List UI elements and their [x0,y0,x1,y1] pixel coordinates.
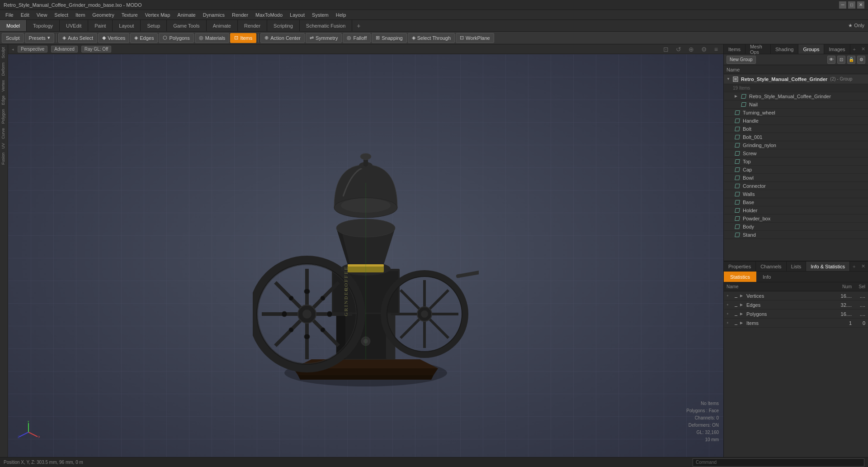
maximize-button[interactable]: □ [848,1,855,9]
panel-tab-shading[interactable]: Shading [771,44,798,54]
tree-item-holder[interactable]: Holder [724,206,868,214]
tab-scripting[interactable]: Scripting [267,20,300,31]
tree-root-group[interactable]: ▼ Retro_Style_Manual_Coffee_Grinder (2) … [724,74,868,84]
menu-maxtomodo[interactable]: MaxToModo [252,11,286,19]
tree-item-screw[interactable]: Screw [724,149,868,157]
tree-item-connector[interactable]: Connector [724,182,868,190]
viewport-expand-icon[interactable]: ◂ [12,47,14,52]
sidebar-tab-vertex[interactable]: Vertex [0,78,8,94]
viewport-fit-icon[interactable]: ⊡ [663,46,669,53]
bp-close-button[interactable]: ✕ [859,263,868,269]
tree-item-nail[interactable]: Nail [724,100,868,109]
minimize-button[interactable]: ─ [839,1,846,9]
menu-file[interactable]: File [2,11,17,19]
stats-row-vertices[interactable]: + – ▶ Vertices 16.... .... [724,291,868,300]
menu-help[interactable]: Help [332,11,350,19]
stats-row-polygons[interactable]: + – ▶ Polygons 16.... .... [724,310,868,319]
tree-item-handle[interactable]: Handle [724,117,868,125]
tab-paint[interactable]: Paint [88,20,113,31]
viewport-menu-icon[interactable]: ≡ [714,46,718,53]
stats-row-items[interactable]: + – ▶ Items 1 0 [724,319,868,328]
sidebar-tab-sculpt[interactable]: Sculpt [0,45,8,60]
bp-tab-info[interactable]: Info & Statistics [806,262,850,271]
tab-gametools[interactable]: Game Tools [167,20,207,31]
auto-select-button[interactable]: ◈ Auto Select [58,33,97,43]
menu-render[interactable]: Render [228,11,252,19]
tab-uvedit[interactable]: UVEdit [60,20,88,31]
presets-button[interactable]: Presets ▾ [25,33,54,43]
polygons-button[interactable]: ⬡ Polygons [159,33,193,43]
stats-sub-tab-statistics[interactable]: Statistics [724,272,756,282]
menu-layout[interactable]: Layout [286,11,308,19]
items-button[interactable]: ⊡ Items [230,33,256,43]
tree-item-cap[interactable]: Cap [724,166,868,174]
viewport-zoom-icon[interactable]: ⊕ [689,46,694,53]
sidebar-tab-curve[interactable]: Curve [0,126,8,141]
menu-item[interactable]: Item [72,11,89,19]
command-bar[interactable]: Command [693,458,864,467]
sidebar-tab-uv[interactable]: UV [0,141,8,151]
tree-item-bolt[interactable]: Bolt [724,125,868,133]
menu-geometry[interactable]: Geometry [89,11,118,19]
viewport-canvas[interactable]: COFFEE GRINDER No Items Polygons : Face … [8,54,723,457]
viewport-settings-icon[interactable]: ⚙ [701,46,707,53]
menu-dynamics[interactable]: Dynamics [199,11,228,19]
tab-add-button[interactable]: + [352,20,365,31]
materials-button[interactable]: ◎ Materials [195,33,230,43]
menu-select[interactable]: Select [51,11,72,19]
panel-close-button[interactable]: ✕ [859,44,868,54]
viewport-raygl-btn[interactable]: Ray GL: Off [81,46,112,52]
menu-view[interactable]: View [33,11,51,19]
menu-animate[interactable]: Animate [174,11,199,19]
viewport-refresh-icon[interactable]: ↺ [676,46,681,53]
panel-tab-items[interactable]: Items [724,44,745,54]
tree-content[interactable]: ▼ Retro_Style_Manual_Coffee_Grinder (2) … [724,74,868,261]
menu-texture[interactable]: Texture [118,11,142,19]
tab-schematic[interactable]: Schematic Fusion [300,20,352,31]
scene-lock-button[interactable]: 🔒 [847,56,855,64]
bp-tab-lists[interactable]: Lists [787,262,807,271]
sidebar-tab-deform[interactable]: Deform [0,61,8,78]
tree-item-bowl[interactable]: Bowl [724,174,868,182]
sidebar-tab-fusion[interactable]: Fusion [0,151,8,167]
sidebar-tab-edge[interactable]: Edge [0,94,8,107]
tree-item-top[interactable]: Top [724,157,868,166]
bp-tab-add[interactable]: + [850,262,858,271]
scene-camera-button[interactable]: ⊡ [837,56,845,64]
tree-item-bolt001[interactable]: Bolt_001 [724,133,868,141]
menu-vertexmap[interactable]: Vertex Map [142,11,174,19]
tree-item-nylon[interactable]: Grinding_nylon [724,141,868,149]
symmetry-button[interactable]: ⇌ Symmetry [306,33,342,43]
falloff-button[interactable]: ◎ Falloff [343,33,371,43]
tree-item-0[interactable]: ▶ Retro_Style_Manual_Coffee_Grinder [724,92,868,100]
bp-tab-properties[interactable]: Properties [724,262,756,271]
panel-tab-add[interactable]: + [850,44,859,54]
tree-item-walls[interactable]: Walls [724,190,868,198]
panel-tab-meshops[interactable]: Mesh Ops [745,44,771,54]
tree-item-base[interactable]: Base [724,198,868,206]
tab-render[interactable]: Render [238,20,267,31]
snapping-button[interactable]: ⊞ Snapping [372,33,407,43]
sculpt-button[interactable]: Sculpt [2,33,24,43]
tree-item-body[interactable]: Body [724,223,868,231]
vertices-button[interactable]: ◆ Vertices [98,33,129,43]
viewport-perspective-btn[interactable]: Perspective [18,46,47,52]
menu-system[interactable]: System [308,11,332,19]
scene-eye-button[interactable]: 👁 [827,56,835,64]
tab-animate[interactable]: Animate [207,20,238,31]
tree-item-stand[interactable]: Stand [724,231,868,239]
panel-tab-images[interactable]: Images [824,44,850,54]
viewport-advanced-btn[interactable]: Advanced [51,46,77,52]
tab-model[interactable]: Model [0,20,27,31]
select-through-button[interactable]: ◈ Select Through [408,33,455,43]
sidebar-tab-polygon[interactable]: Polygon [0,107,8,126]
action-center-button[interactable]: ⊕ Action Center [260,33,305,43]
bp-tab-channels[interactable]: Channels [756,262,786,271]
new-group-button[interactable]: New Group [726,56,756,64]
panel-tab-groups[interactable]: Groups [798,44,824,54]
scene-settings-button[interactable]: ⚙ [857,56,865,64]
tab-setup[interactable]: Setup [141,20,167,31]
tree-item-powderbox[interactable]: Powder_box [724,214,868,223]
stats-row-edges[interactable]: + – ▶ Edges 32.... .... [724,300,868,310]
stats-sub-tab-info[interactable]: Info [756,272,777,282]
